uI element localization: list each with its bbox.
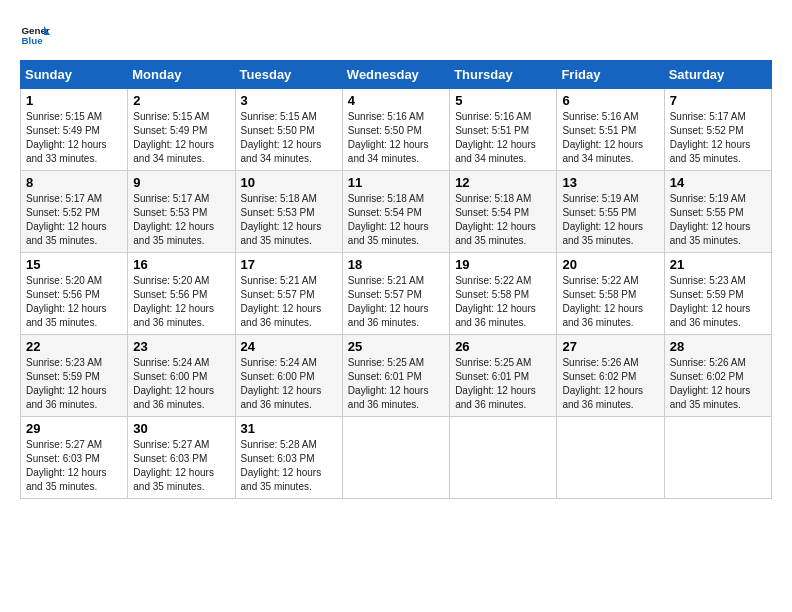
day-info: Sunrise: 5:15 AMSunset: 5:49 PMDaylight:… bbox=[133, 110, 229, 166]
calendar-header-row: SundayMondayTuesdayWednesdayThursdayFrid… bbox=[21, 61, 772, 89]
day-number: 7 bbox=[670, 93, 766, 108]
calendar-week-4: 22Sunrise: 5:23 AMSunset: 5:59 PMDayligh… bbox=[21, 335, 772, 417]
day-number: 16 bbox=[133, 257, 229, 272]
calendar-cell: 28Sunrise: 5:26 AMSunset: 6:02 PMDayligh… bbox=[664, 335, 771, 417]
logo: General Blue bbox=[20, 20, 50, 50]
weekday-header-sunday: Sunday bbox=[21, 61, 128, 89]
day-number: 27 bbox=[562, 339, 658, 354]
day-number: 21 bbox=[670, 257, 766, 272]
calendar-cell: 3Sunrise: 5:15 AMSunset: 5:50 PMDaylight… bbox=[235, 89, 342, 171]
day-info: Sunrise: 5:21 AMSunset: 5:57 PMDaylight:… bbox=[241, 274, 337, 330]
day-number: 30 bbox=[133, 421, 229, 436]
day-number: 29 bbox=[26, 421, 122, 436]
day-number: 18 bbox=[348, 257, 444, 272]
calendar-week-5: 29Sunrise: 5:27 AMSunset: 6:03 PMDayligh… bbox=[21, 417, 772, 499]
day-number: 5 bbox=[455, 93, 551, 108]
day-number: 25 bbox=[348, 339, 444, 354]
day-number: 17 bbox=[241, 257, 337, 272]
day-number: 15 bbox=[26, 257, 122, 272]
calendar-cell bbox=[664, 417, 771, 499]
day-info: Sunrise: 5:19 AMSunset: 5:55 PMDaylight:… bbox=[670, 192, 766, 248]
day-number: 3 bbox=[241, 93, 337, 108]
day-number: 22 bbox=[26, 339, 122, 354]
calendar-cell: 23Sunrise: 5:24 AMSunset: 6:00 PMDayligh… bbox=[128, 335, 235, 417]
day-info: Sunrise: 5:28 AMSunset: 6:03 PMDaylight:… bbox=[241, 438, 337, 494]
day-info: Sunrise: 5:16 AMSunset: 5:51 PMDaylight:… bbox=[455, 110, 551, 166]
calendar-cell: 6Sunrise: 5:16 AMSunset: 5:51 PMDaylight… bbox=[557, 89, 664, 171]
day-info: Sunrise: 5:22 AMSunset: 5:58 PMDaylight:… bbox=[562, 274, 658, 330]
calendar-cell bbox=[342, 417, 449, 499]
day-number: 13 bbox=[562, 175, 658, 190]
calendar-cell: 27Sunrise: 5:26 AMSunset: 6:02 PMDayligh… bbox=[557, 335, 664, 417]
calendar-table: SundayMondayTuesdayWednesdayThursdayFrid… bbox=[20, 60, 772, 499]
calendar-week-2: 8Sunrise: 5:17 AMSunset: 5:52 PMDaylight… bbox=[21, 171, 772, 253]
calendar-cell: 11Sunrise: 5:18 AMSunset: 5:54 PMDayligh… bbox=[342, 171, 449, 253]
day-number: 14 bbox=[670, 175, 766, 190]
weekday-header-thursday: Thursday bbox=[450, 61, 557, 89]
calendar-cell: 26Sunrise: 5:25 AMSunset: 6:01 PMDayligh… bbox=[450, 335, 557, 417]
day-info: Sunrise: 5:26 AMSunset: 6:02 PMDaylight:… bbox=[562, 356, 658, 412]
day-info: Sunrise: 5:18 AMSunset: 5:54 PMDaylight:… bbox=[455, 192, 551, 248]
calendar-cell: 10Sunrise: 5:18 AMSunset: 5:53 PMDayligh… bbox=[235, 171, 342, 253]
day-info: Sunrise: 5:16 AMSunset: 5:51 PMDaylight:… bbox=[562, 110, 658, 166]
calendar-cell: 21Sunrise: 5:23 AMSunset: 5:59 PMDayligh… bbox=[664, 253, 771, 335]
day-info: Sunrise: 5:27 AMSunset: 6:03 PMDaylight:… bbox=[133, 438, 229, 494]
day-info: Sunrise: 5:27 AMSunset: 6:03 PMDaylight:… bbox=[26, 438, 122, 494]
calendar-cell: 16Sunrise: 5:20 AMSunset: 5:56 PMDayligh… bbox=[128, 253, 235, 335]
calendar-cell bbox=[450, 417, 557, 499]
calendar-cell: 24Sunrise: 5:24 AMSunset: 6:00 PMDayligh… bbox=[235, 335, 342, 417]
day-info: Sunrise: 5:17 AMSunset: 5:52 PMDaylight:… bbox=[670, 110, 766, 166]
day-number: 1 bbox=[26, 93, 122, 108]
calendar-cell: 13Sunrise: 5:19 AMSunset: 5:55 PMDayligh… bbox=[557, 171, 664, 253]
calendar-cell: 30Sunrise: 5:27 AMSunset: 6:03 PMDayligh… bbox=[128, 417, 235, 499]
calendar-cell: 12Sunrise: 5:18 AMSunset: 5:54 PMDayligh… bbox=[450, 171, 557, 253]
calendar-cell: 15Sunrise: 5:20 AMSunset: 5:56 PMDayligh… bbox=[21, 253, 128, 335]
day-info: Sunrise: 5:24 AMSunset: 6:00 PMDaylight:… bbox=[133, 356, 229, 412]
weekday-header-monday: Monday bbox=[128, 61, 235, 89]
calendar-cell: 31Sunrise: 5:28 AMSunset: 6:03 PMDayligh… bbox=[235, 417, 342, 499]
page-header: General Blue bbox=[20, 20, 772, 50]
weekday-header-tuesday: Tuesday bbox=[235, 61, 342, 89]
day-number: 4 bbox=[348, 93, 444, 108]
calendar-week-3: 15Sunrise: 5:20 AMSunset: 5:56 PMDayligh… bbox=[21, 253, 772, 335]
day-number: 11 bbox=[348, 175, 444, 190]
calendar-cell: 20Sunrise: 5:22 AMSunset: 5:58 PMDayligh… bbox=[557, 253, 664, 335]
weekday-header-wednesday: Wednesday bbox=[342, 61, 449, 89]
calendar-cell: 17Sunrise: 5:21 AMSunset: 5:57 PMDayligh… bbox=[235, 253, 342, 335]
day-info: Sunrise: 5:18 AMSunset: 5:54 PMDaylight:… bbox=[348, 192, 444, 248]
day-number: 24 bbox=[241, 339, 337, 354]
logo-icon: General Blue bbox=[20, 20, 50, 50]
day-info: Sunrise: 5:17 AMSunset: 5:52 PMDaylight:… bbox=[26, 192, 122, 248]
day-number: 19 bbox=[455, 257, 551, 272]
weekday-header-saturday: Saturday bbox=[664, 61, 771, 89]
day-info: Sunrise: 5:22 AMSunset: 5:58 PMDaylight:… bbox=[455, 274, 551, 330]
day-info: Sunrise: 5:26 AMSunset: 6:02 PMDaylight:… bbox=[670, 356, 766, 412]
day-number: 20 bbox=[562, 257, 658, 272]
day-number: 9 bbox=[133, 175, 229, 190]
day-number: 31 bbox=[241, 421, 337, 436]
day-info: Sunrise: 5:21 AMSunset: 5:57 PMDaylight:… bbox=[348, 274, 444, 330]
day-info: Sunrise: 5:18 AMSunset: 5:53 PMDaylight:… bbox=[241, 192, 337, 248]
calendar-body: 1Sunrise: 5:15 AMSunset: 5:49 PMDaylight… bbox=[21, 89, 772, 499]
day-info: Sunrise: 5:15 AMSunset: 5:49 PMDaylight:… bbox=[26, 110, 122, 166]
calendar-cell: 5Sunrise: 5:16 AMSunset: 5:51 PMDaylight… bbox=[450, 89, 557, 171]
calendar-cell: 25Sunrise: 5:25 AMSunset: 6:01 PMDayligh… bbox=[342, 335, 449, 417]
day-number: 2 bbox=[133, 93, 229, 108]
calendar-cell: 8Sunrise: 5:17 AMSunset: 5:52 PMDaylight… bbox=[21, 171, 128, 253]
calendar-cell: 19Sunrise: 5:22 AMSunset: 5:58 PMDayligh… bbox=[450, 253, 557, 335]
calendar-cell: 4Sunrise: 5:16 AMSunset: 5:50 PMDaylight… bbox=[342, 89, 449, 171]
calendar-week-1: 1Sunrise: 5:15 AMSunset: 5:49 PMDaylight… bbox=[21, 89, 772, 171]
day-number: 12 bbox=[455, 175, 551, 190]
weekday-header-friday: Friday bbox=[557, 61, 664, 89]
calendar-cell: 18Sunrise: 5:21 AMSunset: 5:57 PMDayligh… bbox=[342, 253, 449, 335]
day-info: Sunrise: 5:17 AMSunset: 5:53 PMDaylight:… bbox=[133, 192, 229, 248]
day-number: 23 bbox=[133, 339, 229, 354]
day-info: Sunrise: 5:23 AMSunset: 5:59 PMDaylight:… bbox=[670, 274, 766, 330]
calendar-cell: 14Sunrise: 5:19 AMSunset: 5:55 PMDayligh… bbox=[664, 171, 771, 253]
day-info: Sunrise: 5:15 AMSunset: 5:50 PMDaylight:… bbox=[241, 110, 337, 166]
day-number: 28 bbox=[670, 339, 766, 354]
day-info: Sunrise: 5:20 AMSunset: 5:56 PMDaylight:… bbox=[133, 274, 229, 330]
day-info: Sunrise: 5:25 AMSunset: 6:01 PMDaylight:… bbox=[455, 356, 551, 412]
calendar-cell: 2Sunrise: 5:15 AMSunset: 5:49 PMDaylight… bbox=[128, 89, 235, 171]
day-info: Sunrise: 5:23 AMSunset: 5:59 PMDaylight:… bbox=[26, 356, 122, 412]
